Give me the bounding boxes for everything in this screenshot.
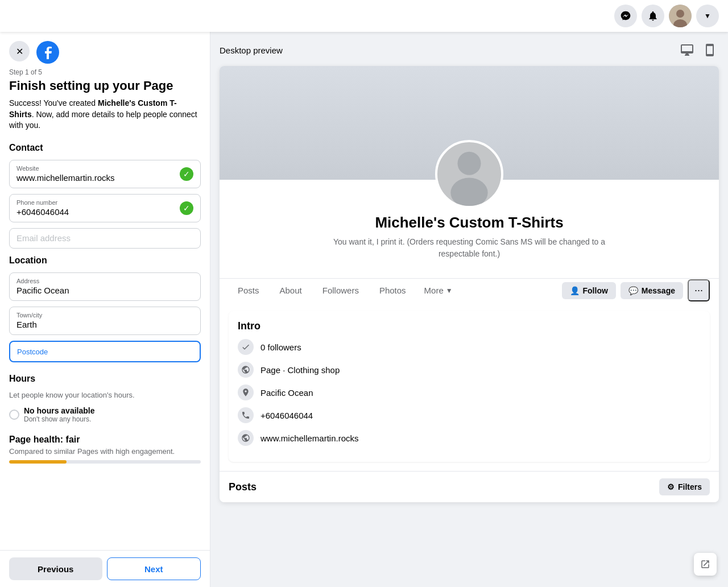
posts-title: Posts (229, 481, 257, 493)
follow-label: Follow (583, 286, 608, 295)
follow-button[interactable]: 👤 Follow (562, 282, 616, 299)
page-health-section: Page health: fair Compared to similar Pa… (9, 435, 201, 464)
city-value: Earth (16, 320, 37, 329)
posts-section: Posts ⚙ Filters (220, 471, 719, 502)
website-check-icon: ✓ (180, 167, 193, 181)
website-value: www.michellemartin.rocks (16, 173, 115, 183)
phone-input-group: Phone number +6046046044 ✓ (9, 194, 201, 222)
phone-icon (238, 407, 254, 423)
filters-label: Filters (678, 482, 702, 491)
intro-followers: 0 followers (238, 339, 701, 355)
tab-more[interactable]: More ▼ (417, 279, 460, 302)
profile-picture (435, 140, 503, 208)
step-label: Step 1 of 5 (9, 68, 201, 76)
address-input-group[interactable]: Address Pacific Ocean (9, 272, 201, 301)
svg-point-1 (676, 10, 684, 18)
page-category-text: Page · Clothing shop (260, 365, 340, 375)
cover-photo (220, 66, 719, 180)
tab-followers[interactable]: Followers (313, 279, 368, 302)
intro-card: Intro 0 followers Page · Clothing shop (229, 311, 710, 462)
more-chevron-icon: ▼ (446, 287, 453, 295)
page-health-desc: Compared to similar Pages with high enga… (9, 447, 201, 456)
email-input-group[interactable]: Email address (9, 228, 201, 249)
mobile-icon[interactable] (701, 41, 719, 59)
profile-pic-area (435, 140, 503, 208)
page-health-title: Page health: fair (9, 435, 201, 445)
phone-text: +6046046044 (260, 411, 313, 420)
tab-posts[interactable]: Posts (229, 279, 268, 302)
followers-icon (238, 339, 254, 355)
tab-photos[interactable]: Photos (370, 279, 415, 302)
intro-location: Pacific Ocean (238, 385, 701, 400)
preview-page-tagline: You want it, I print it. (Orders request… (327, 236, 611, 260)
no-hours-label: No hours available (24, 406, 94, 415)
main-content: ✕ Step 1 of 5 Finish setting up your Pag… (0, 32, 728, 587)
message-icon: 💬 (628, 286, 638, 295)
more-label: More (424, 286, 444, 295)
intro-title: Intro (238, 320, 701, 332)
filters-button[interactable]: ⚙ Filters (659, 478, 710, 495)
account-dropdown-icon[interactable]: ▼ (696, 5, 719, 27)
followers-count: 0 followers (260, 342, 301, 352)
no-hours-radio[interactable] (9, 410, 19, 420)
svg-point-4 (457, 152, 481, 175)
progress-bar (9, 460, 201, 464)
address-value: Pacific Ocean (16, 286, 69, 295)
no-hours-option[interactable]: No hours available Don't show any hours. (9, 406, 201, 423)
notifications-icon[interactable] (642, 5, 664, 27)
intro-website: www.michellemartin.rocks (238, 430, 701, 446)
previous-button[interactable]: Previous (9, 557, 102, 580)
hours-section: Hours Let people know your location's ho… (9, 374, 201, 423)
preview-label: Desktop preview (220, 46, 283, 55)
profile-silhouette (437, 140, 501, 208)
setup-page-title: Finish setting up your Page (9, 78, 201, 93)
more-options-button[interactable]: ··· (688, 279, 710, 301)
left-panel-body: Step 1 of 5 Finish setting up your Page … (0, 68, 210, 550)
success-text: Success! You've created Michelle's Custo… (9, 98, 201, 131)
email-placeholder: Email address (16, 233, 71, 243)
preview-page-name: Michelle's Custom T-Shirts (231, 214, 708, 232)
right-panel: Desktop preview (210, 32, 728, 587)
postcode-input-group[interactable]: Postcode (9, 341, 201, 362)
next-button[interactable]: Next (107, 557, 201, 580)
messenger-icon[interactable] (614, 5, 637, 27)
website-text: www.michellemartin.rocks (260, 433, 359, 443)
intro-phone: +6046046044 (238, 407, 701, 423)
website-icon (238, 430, 254, 446)
category-icon (238, 362, 254, 378)
location-text: Pacific Ocean (260, 388, 313, 398)
user-avatar[interactable] (669, 5, 692, 27)
intro-category: Page · Clothing shop (238, 362, 701, 378)
top-nav: ▼ (0, 0, 728, 32)
postcode-placeholder: Postcode (17, 348, 48, 356)
hours-desc: Let people know your location's hours. (9, 391, 201, 399)
left-panel-footer: Previous Next (0, 550, 210, 587)
message-label: Message (642, 286, 675, 295)
city-input-group[interactable]: Town/city Earth (9, 307, 201, 335)
contact-section-label: Contact (9, 143, 201, 153)
nav-icons: ▼ (614, 5, 719, 27)
filters-icon: ⚙ (667, 482, 675, 491)
progress-bar-fill (9, 460, 67, 464)
page-tabs: Posts About Followers Photos More ▼ 👤 Fo… (220, 278, 719, 302)
left-panel: ✕ Step 1 of 5 Finish setting up your Pag… (0, 32, 210, 587)
preview-header: Desktop preview (220, 41, 719, 59)
phone-value: +6046046044 (16, 207, 69, 217)
svg-point-5 (450, 178, 487, 208)
tab-about[interactable]: About (271, 279, 311, 302)
no-hours-sublabel: Don't show any hours. (24, 415, 94, 423)
page-name-bold: Michelle's Custom T-Shirts (9, 98, 177, 119)
website-input-group: Website www.michellemartin.rocks ✓ (9, 160, 201, 188)
location-section-label: Location (9, 255, 201, 266)
hours-section-label: Hours (9, 374, 201, 384)
left-panel-header: ✕ (0, 32, 210, 68)
desktop-icon[interactable] (678, 41, 696, 59)
facebook-logo (36, 41, 59, 64)
phone-check-icon: ✓ (180, 201, 193, 215)
message-button[interactable]: 💬 Message (621, 282, 683, 299)
close-button[interactable]: ✕ (9, 41, 30, 61)
page-content: Intro 0 followers Page · Clothing shop (220, 302, 719, 471)
follow-icon: 👤 (570, 286, 580, 295)
city-label: Town/city (16, 312, 193, 319)
expand-button[interactable] (694, 553, 717, 576)
